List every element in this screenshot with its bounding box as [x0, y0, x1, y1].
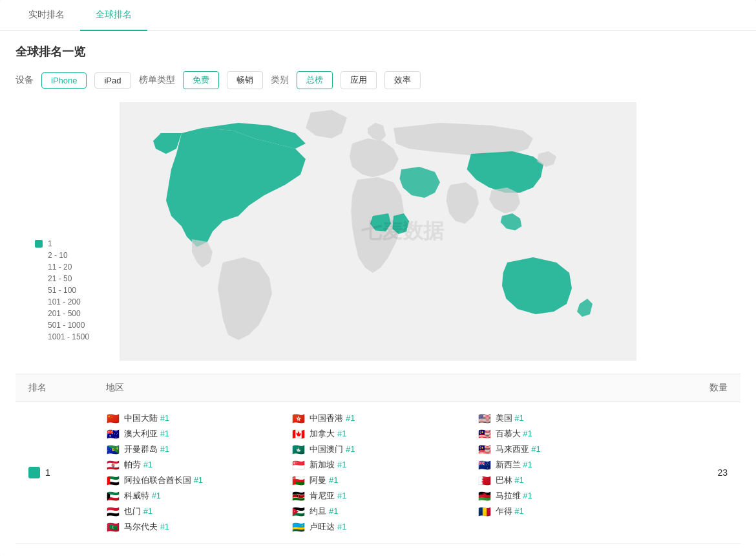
region-item: 🇧🇭巴林 #1: [478, 475, 650, 486]
flag-icon: 🇺🇸: [478, 413, 492, 423]
world-map: [16, 102, 740, 361]
region-item: 🇦🇺澳大利亚 #1: [106, 428, 278, 440]
region-item: 🇲🇾百慕大 #1: [478, 428, 650, 440]
filter-iphone[interactable]: iPhone: [41, 72, 87, 89]
legend-item-501-1000: 501 - 1000: [35, 321, 89, 330]
legend-dot-4: [35, 275, 43, 283]
region-item: 🇳🇿新西兰 #1: [478, 459, 650, 471]
region-item: 🇭🇰中国香港 #1: [291, 412, 464, 424]
legend-label-4: 21 - 50: [48, 274, 72, 283]
region-name: 马尔代夫 #1: [124, 521, 169, 533]
legend-label-8: 501 - 1000: [48, 321, 85, 330]
rank-cell: 1: [28, 467, 106, 478]
page-content: 全球排名一览 设备 iPhone iPad 榜单类型 免费 畅销 类别 总榜 应…: [0, 31, 756, 556]
header-rank: 排名: [28, 382, 106, 394]
tab-global[interactable]: 全球排名: [80, 0, 147, 31]
region-name: 新西兰 #1: [496, 459, 532, 471]
flag-icon: 🇲🇾: [478, 444, 492, 454]
region-name: 马来西亚 #1: [496, 444, 541, 455]
region-item: 🇨🇳中国大陆 #1: [106, 412, 278, 424]
region-item: 🇷🇼卢旺达 #1: [291, 521, 464, 533]
legend-dot-3: [35, 263, 43, 271]
region-name: 中国大陆 #1: [124, 412, 169, 424]
legend-item-11-20: 11 - 20: [35, 262, 89, 272]
region-item: 🇲🇼马拉维 #1: [478, 490, 650, 502]
flag-icon: 🇴🇲: [291, 475, 306, 486]
flag-icon: 🇹🇩: [478, 506, 492, 517]
filter-bestseller[interactable]: 畅销: [227, 71, 263, 89]
region-item: 🇦🇪阿拉伯联合酋长国 #1: [106, 475, 278, 486]
region-name: 马拉维 #1: [496, 490, 532, 502]
flag-icon: 🇲🇴: [291, 444, 306, 454]
filter-efficiency[interactable]: 效率: [384, 71, 421, 89]
legend-label-1: 1: [48, 239, 52, 248]
region-name: 美国 #1: [496, 412, 524, 424]
page-title: 全球排名一览: [16, 44, 740, 59]
filter-total[interactable]: 总榜: [297, 71, 333, 89]
device-filter-label: 设备: [16, 74, 34, 86]
flag-icon: 🇦🇪: [106, 475, 120, 486]
flag-icon: 🇲🇼: [478, 491, 492, 501]
legend-item-101-200: 101 - 200: [35, 297, 89, 306]
legend-dot-5: [35, 286, 43, 294]
list-type-filter-label: 榜单类型: [139, 74, 175, 86]
filter-ipad[interactable]: iPad: [94, 72, 131, 89]
map-container: 七麦数据 1 2 - 10 11 - 20: [16, 102, 740, 361]
legend-dot-8: [35, 321, 43, 329]
region-item: 🇨🇦加拿大 #1: [291, 428, 464, 440]
flag-icon: 🇵🇫: [106, 460, 120, 470]
region-name: 中国香港 #1: [310, 412, 355, 424]
region-name: 科威特 #1: [124, 490, 161, 502]
region-item: 🇴🇲阿曼 #1: [291, 475, 464, 486]
flag-icon: 🇦🇺: [106, 429, 120, 439]
legend-item-1001-1500: 1001 - 1500: [35, 332, 89, 341]
filter-app[interactable]: 应用: [341, 71, 377, 89]
legend-item-21-50: 21 - 50: [35, 274, 89, 283]
region-name: 巴林 #1: [496, 475, 524, 486]
table-section: 排名 地区 数量 1 🇨🇳中国大陆 #1🇭🇰中国香港 #1🇺🇸美国 #1🇦🇺澳大…: [16, 374, 740, 544]
region-item: 🇲🇴中国澳门 #1: [291, 444, 464, 455]
region-name: 开曼群岛 #1: [124, 444, 169, 455]
table-header: 排名 地区 数量: [16, 374, 740, 402]
region-name: 乍得 #1: [496, 506, 524, 517]
legend-dot-1: [35, 240, 43, 248]
flag-icon: 🇨🇽: [106, 444, 120, 454]
legend-label-2: 2 - 10: [48, 251, 68, 260]
region-item: 🇰🇪肯尼亚 #1: [291, 490, 464, 502]
legend-label-7: 201 - 500: [48, 309, 81, 318]
tab-bar: 实时排名 全球排名: [0, 0, 756, 31]
region-name: 百慕大 #1: [496, 428, 532, 440]
region-item: 🇺🇸美国 #1: [478, 412, 650, 424]
filter-free[interactable]: 免费: [183, 71, 219, 89]
flag-icon: 🇰🇪: [291, 491, 306, 501]
legend-item-201-500: 201 - 500: [35, 309, 89, 318]
flag-icon: 🇾🇪: [106, 506, 120, 517]
legend-item-2-10: 2 - 10: [35, 251, 89, 260]
count-cell: 23: [650, 467, 728, 478]
region-item: 🇹🇩乍得 #1: [478, 506, 650, 517]
tab-realtime[interactable]: 实时排名: [13, 0, 80, 31]
legend-item-1: 1: [35, 239, 89, 248]
regions-grid: 🇨🇳中国大陆 #1🇭🇰中国香港 #1🇺🇸美国 #1🇦🇺澳大利亚 #1🇨🇦加拿大 …: [106, 412, 650, 533]
flag-icon: 🇨🇳: [106, 413, 120, 423]
legend-item-51-100: 51 - 100: [35, 286, 89, 295]
region-name: 阿拉伯联合酋长国 #1: [124, 475, 203, 486]
region-name: 卢旺达 #1: [310, 521, 346, 533]
region-name: 肯尼亚 #1: [310, 490, 346, 502]
map-section: 七麦数据 1 2 - 10 11 - 20: [16, 102, 740, 361]
region-name: 约旦 #1: [310, 506, 338, 517]
region-name: 加拿大 #1: [310, 428, 346, 440]
header-count: 数量: [650, 382, 728, 394]
region-item: 🇲🇻马尔代夫 #1: [106, 521, 278, 533]
region-name: 新加坡 #1: [310, 459, 346, 471]
region-item: 🇵🇫帕劳 #1: [106, 459, 278, 471]
filter-bar: 设备 iPhone iPad 榜单类型 免费 畅销 类别 总榜 应用 效率: [16, 71, 740, 89]
flag-icon: 🇷🇼: [291, 522, 306, 532]
flag-icon: 🇨🇦: [291, 429, 306, 439]
legend-label-3: 11 - 20: [48, 262, 72, 272]
category-filter-label: 类别: [271, 74, 289, 86]
flag-icon: 🇳🇿: [478, 460, 492, 470]
legend-label-5: 51 - 100: [48, 286, 76, 295]
flag-icon: 🇰🇼: [106, 491, 120, 501]
legend-dot-9: [35, 333, 43, 341]
